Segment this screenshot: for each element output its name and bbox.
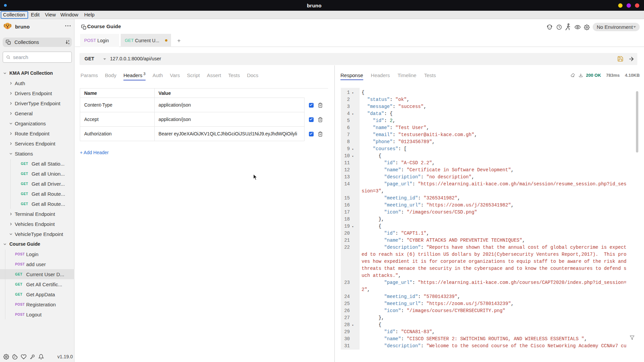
svg-text:A: A bbox=[68, 43, 70, 45]
svg-text:Z: Z bbox=[68, 40, 69, 42]
